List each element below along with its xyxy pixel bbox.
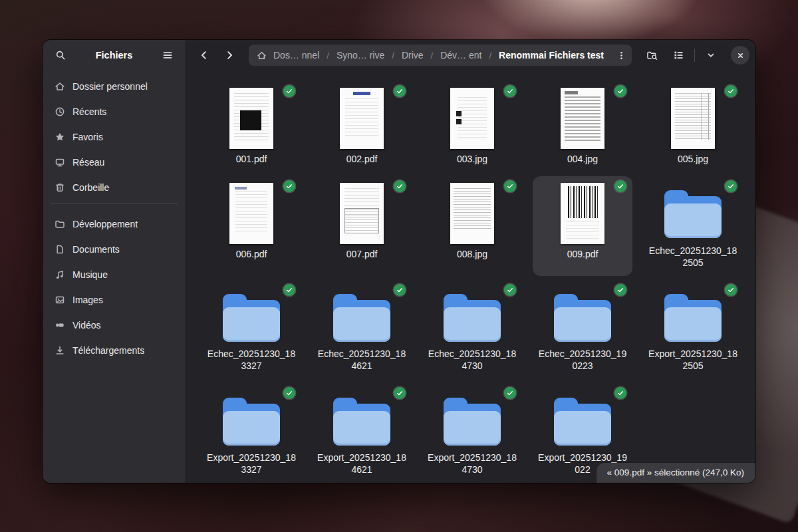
folder-icon (55, 219, 65, 229)
file-name: Echec_20251230_183327 (206, 348, 297, 372)
document-thumbnail (561, 183, 604, 244)
synced-check-badge-icon (394, 85, 406, 97)
headerbar: Dos… nnel/Syno… rive/Drive/Dév… ent/Reno… (186, 40, 755, 70)
sidebar-item-label: Réseau (72, 157, 104, 168)
file-item-007-pdf[interactable]: 007.pdf (312, 176, 412, 276)
file-item-echec-20251230-184621[interactable]: Echec_20251230_184621 (312, 280, 412, 380)
file-item-echec-20251230-190223[interactable]: Echec_20251230_190223 (533, 280, 632, 380)
file-item-003-jpg[interactable]: 003.jpg (422, 81, 522, 172)
synced-check-badge-icon (283, 85, 295, 97)
file-item-004-jpg[interactable]: 004.jpg (533, 81, 632, 172)
forward-chevron-icon (224, 50, 235, 61)
folder-icon (333, 398, 390, 446)
sidebar-item-musique[interactable]: Musique (48, 264, 180, 285)
synced-check-badge-icon (283, 180, 295, 192)
document-thumbnail (671, 88, 715, 149)
download-icon (55, 345, 65, 356)
list-view-button[interactable] (666, 45, 690, 66)
sidebar-item-label: Documents (72, 244, 120, 255)
file-name: Export_20251230_182505 (648, 348, 738, 372)
main-pane: Dos… nnel/Syno… rive/Drive/Dév… ent/Reno… (186, 40, 755, 483)
clock-icon (55, 106, 65, 117)
sidebar-item-telechargements[interactable]: Téléchargements (48, 340, 180, 361)
file-name: 006.pdf (236, 249, 267, 261)
file-item-echec-20251230-183327[interactable]: Echec_20251230_183327 (201, 280, 301, 380)
sidebar-item-label: Vidéos (72, 320, 101, 331)
folder-icon (223, 398, 280, 446)
trash-icon (55, 182, 65, 193)
file-name: 003.jpg (457, 154, 487, 166)
document-thumbnail (229, 88, 273, 149)
sidebar-item-images[interactable]: Images (48, 289, 180, 311)
file-item-001-pdf[interactable]: 001.pdf (201, 81, 301, 172)
sidebar-item-videos[interactable]: Vidéos (48, 315, 180, 336)
file-name: 001.pdf (236, 154, 267, 166)
sidebar-item-documents[interactable]: Documents (48, 239, 180, 260)
sidebar-item-dossier-personnel[interactable]: Dossier personnel (48, 76, 180, 97)
file-item-002-pdf[interactable]: 002.pdf (312, 81, 412, 172)
sidebar-item-label: Favoris (72, 132, 103, 142)
sidebar-item-developpement[interactable]: Développement (48, 213, 180, 235)
file-item-009-pdf[interactable]: 009.pdf (533, 176, 632, 276)
breadcrumb-segment-drive[interactable]: Drive (400, 49, 425, 62)
file-item-008-jpg[interactable]: 008.jpg (422, 176, 522, 276)
breadcrumb-segment-syno-rive[interactable]: Syno… rive (335, 49, 386, 62)
file-name: Echec_20251230_190223 (537, 348, 628, 372)
folder-icon (444, 294, 501, 342)
sidebar-item-reseau[interactable]: Réseau (48, 152, 180, 173)
sidebar-item-label: Téléchargements (72, 345, 144, 356)
search-current-folder-button[interactable] (640, 45, 664, 66)
sidebar-item-favoris[interactable]: Favoris (48, 126, 180, 148)
star-icon (55, 132, 65, 142)
file-grid: 001.pdf002.pdf003.jpg004.jpg005.jpg006.p… (186, 70, 755, 483)
folder-menu-button[interactable] (612, 46, 630, 65)
file-item-echec-20251230-184730[interactable]: Echec_20251230_184730 (422, 280, 522, 380)
home-icon (55, 81, 65, 92)
document-thumbnail (450, 183, 494, 244)
sidebar-item-recents[interactable]: Récents (48, 101, 180, 122)
document-thumbnail (340, 88, 384, 149)
main-menu-button[interactable] (156, 45, 179, 65)
file-name: 008.jpg (457, 249, 487, 261)
breadcrumb-segment-dos-nnel[interactable]: Dos… nnel (272, 49, 321, 62)
synced-check-badge-icon (504, 180, 516, 192)
forward-button[interactable] (218, 45, 241, 66)
file-item-export-20251230-184730[interactable]: Export_20251230_184730 (422, 383, 522, 483)
file-item-echec-20251230-182505[interactable]: Echec_20251230_182505 (643, 176, 743, 276)
file-name: Echec_20251230_184730 (427, 348, 517, 372)
file-name: 007.pdf (346, 249, 378, 261)
view-options-button[interactable] (699, 45, 723, 66)
sidebar-item-label: Récents (72, 106, 106, 117)
close-icon (736, 51, 745, 60)
folder-icon (664, 294, 722, 342)
breadcrumb-segment-renommai-fichiers-test[interactable]: Renommai Fichiers test (497, 49, 605, 62)
selection-statusbar: « 009.pdf » sélectionné (247,0 Ko) (597, 463, 755, 483)
search-button[interactable] (49, 45, 72, 65)
file-name: 009.pdf (567, 249, 598, 261)
file-item-export-20251230-182505[interactable]: Export_20251230_182505 (643, 280, 743, 380)
breadcrumb-segment-dev-ent[interactable]: Dév… ent (439, 49, 483, 62)
back-button[interactable] (193, 45, 215, 66)
sidebar: Fichiers Dossier personnelRécentsFavoris… (43, 40, 186, 483)
file-name: 005.jpg (678, 154, 708, 166)
synced-check-badge-icon (283, 284, 295, 296)
sidebar-item-corbeille[interactable]: Corbeille (48, 177, 180, 198)
file-name: Export_20251230_183327 (206, 452, 297, 476)
file-item-export-20251230-183327[interactable]: Export_20251230_183327 (201, 383, 301, 483)
breadcrumb-separator: / (321, 51, 335, 61)
synced-check-badge-icon (504, 284, 516, 296)
document-icon (55, 244, 65, 255)
breadcrumb-segments: Dos… nnel/Syno… rive/Drive/Dév… ent/Reno… (272, 49, 605, 62)
file-name: Export_20251230_184621 (317, 452, 407, 476)
synced-check-badge-icon (614, 85, 626, 97)
folder-search-icon (646, 50, 658, 61)
file-item-006-pdf[interactable]: 006.pdf (201, 176, 301, 276)
synced-check-badge-icon (725, 284, 737, 296)
window-close-button[interactable] (731, 46, 749, 65)
sidebar-divider (51, 203, 178, 204)
file-name: Export_20251230_184730 (427, 452, 517, 476)
image-icon (55, 295, 65, 305)
file-item-export-20251230-184621[interactable]: Export_20251230_184621 (312, 383, 412, 483)
sidebar-item-label: Musique (72, 269, 108, 280)
file-item-005-jpg[interactable]: 005.jpg (643, 81, 743, 172)
